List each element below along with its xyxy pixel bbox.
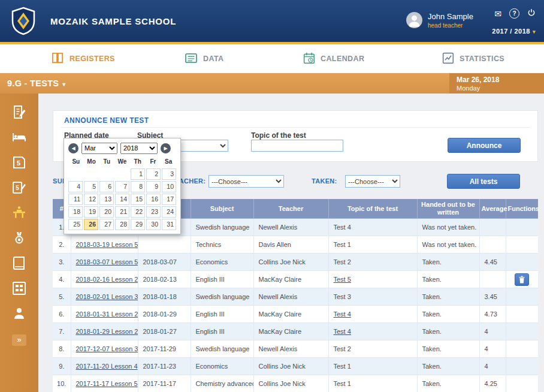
subject-cell: English III xyxy=(191,323,253,340)
lesson-link[interactable]: 2018-03-19 Lesson 5 xyxy=(76,241,138,248)
topic-link[interactable]: Test 4 xyxy=(334,310,351,318)
functions-cell xyxy=(506,340,538,358)
lesson-link[interactable]: 2018-02-01 Lesson 3 xyxy=(76,293,138,300)
calendar-day[interactable]: 12 xyxy=(84,194,98,205)
calendar-day[interactable]: 8 xyxy=(131,181,145,192)
sidebar-item-classwork[interactable] xyxy=(7,200,32,225)
tab-calendar[interactable]: CALENDAR xyxy=(303,44,364,73)
divider xyxy=(61,127,530,128)
power-icon[interactable] xyxy=(527,8,536,19)
test-row: 8.2017-12-07 Lesson 32017-11-29Swedish l… xyxy=(53,340,538,358)
topic-link[interactable]: Test 4 xyxy=(334,328,351,335)
taken-filter-select[interactable]: ---Choose--- xyxy=(345,175,400,188)
help-icon[interactable]: ? xyxy=(509,8,519,19)
row-number-cell: 10. xyxy=(53,375,71,392)
calendar-day[interactable]: 1 xyxy=(131,168,145,180)
status-cell: Taken. xyxy=(417,306,479,323)
lesson-link[interactable]: 2018-03-07 Lesson 5 xyxy=(76,258,138,266)
lesson-link[interactable]: 2018-01-29 Lesson 2 xyxy=(76,328,138,335)
sidebar-item-register[interactable] xyxy=(7,99,32,125)
sidebar-item-tests[interactable]: 5 xyxy=(7,175,32,200)
sidebar-item-classroom[interactable] xyxy=(7,276,32,301)
school-year-selector[interactable]: 2017 / 2018▾ xyxy=(492,28,536,35)
prev-month-button[interactable]: ◀ xyxy=(68,143,78,153)
calendar-day[interactable]: 16 xyxy=(146,194,161,205)
weekday-label: Tu xyxy=(99,158,114,167)
calendar-day[interactable]: 7 xyxy=(115,181,129,192)
topic-cell: Test 1 xyxy=(328,236,417,254)
calendar-day[interactable]: 21 xyxy=(115,206,129,218)
teacher-cell: Newell Alexis xyxy=(253,288,328,306)
calendar-day[interactable]: 26 xyxy=(84,219,98,230)
lesson-link[interactable]: 2017-12-07 Lesson 3 xyxy=(76,345,138,352)
calendar-day[interactable]: 24 xyxy=(162,206,176,218)
tab-registers[interactable]: REGISTERS xyxy=(51,44,115,73)
calendar-day[interactable]: 4 xyxy=(68,181,83,192)
calendar-day[interactable]: 10 xyxy=(162,181,176,192)
delete-test-button[interactable] xyxy=(515,273,529,286)
average-cell xyxy=(479,271,506,288)
next-month-button[interactable]: ▶ xyxy=(161,143,171,153)
calendar-day[interactable]: 9 xyxy=(146,181,161,192)
calendar-day[interactable]: 17 xyxy=(162,194,176,205)
calendar-day[interactable]: 18 xyxy=(68,206,83,218)
tab-data[interactable]: DATA xyxy=(185,44,223,73)
class-selector[interactable]: 9.G - TESTS▾ xyxy=(7,73,66,95)
calendar-day[interactable]: 28 xyxy=(115,219,129,230)
calendar-day[interactable]: 15 xyxy=(131,194,145,205)
functions-cell xyxy=(506,375,538,392)
student-icon xyxy=(11,306,27,321)
all-tests-button[interactable]: All tests xyxy=(447,174,520,189)
calendar-day[interactable]: 29 xyxy=(131,219,145,230)
lesson-link[interactable]: 2017-11-17 Lesson 5 xyxy=(76,380,138,387)
sidebar-item-books[interactable] xyxy=(7,251,32,276)
calendar-day[interactable]: 19 xyxy=(84,206,98,218)
calendar-day[interactable]: 14 xyxy=(115,194,129,205)
sidebar-item-students[interactable] xyxy=(7,301,32,326)
calendar-day[interactable]: 2 xyxy=(146,168,161,180)
calendar-day[interactable]: 6 xyxy=(99,181,114,192)
register-icon xyxy=(11,105,27,119)
announce-button[interactable]: Announce xyxy=(448,138,521,153)
calendar-day[interactable]: 30 xyxy=(146,219,161,230)
tab-label: CALENDAR xyxy=(321,55,364,63)
user-menu[interactable]: John Sample head teacher xyxy=(406,12,473,29)
month-select[interactable]: Mar xyxy=(81,143,117,154)
lesson-link[interactable]: 2018-02-16 Lesson 2 xyxy=(76,276,138,283)
subject-cell: Swedish language xyxy=(191,219,253,236)
sidebar-expand-button[interactable]: » xyxy=(12,334,26,346)
year-select[interactable]: 2018 xyxy=(120,143,158,154)
left-sidebar: 5 5 xyxy=(0,94,38,392)
calendar-day[interactable]: 20 xyxy=(99,206,114,218)
lesson-link[interactable]: 2017-11-20 Lesson 4 xyxy=(76,363,138,370)
mail-icon[interactable]: ✉ xyxy=(494,9,501,19)
sidebar-item-grades[interactable]: 5 xyxy=(7,150,32,175)
tab-statistics[interactable]: STATISTICS xyxy=(442,44,504,73)
topic-cell: Test 1 xyxy=(328,358,417,375)
calendar-day[interactable]: 3 xyxy=(162,168,176,180)
sidebar-item-dormitory[interactable] xyxy=(7,125,32,150)
topic-input[interactable] xyxy=(251,140,343,152)
grade-5-icon: 5 xyxy=(11,155,27,170)
teacher-cell: Collins Joe Nick xyxy=(253,358,328,375)
calendar-day[interactable]: 22 xyxy=(131,206,145,218)
calendar-day[interactable]: 11 xyxy=(68,194,83,205)
medal-icon xyxy=(11,231,27,245)
book-icon xyxy=(11,256,27,270)
calendar-day[interactable]: 23 xyxy=(146,206,161,218)
calendar-day[interactable]: 27 xyxy=(99,219,114,230)
test-row: 10.2017-11-17 Lesson 52017-11-17Chemistr… xyxy=(53,375,538,392)
subject-cell: Technics xyxy=(191,236,253,254)
average-cell: 4 xyxy=(479,340,506,358)
calendar-day[interactable]: 13 xyxy=(99,194,114,205)
topic-link[interactable]: Test 5 xyxy=(334,276,351,283)
sidebar-item-awards[interactable] xyxy=(7,225,32,251)
calendar-day[interactable]: 5 xyxy=(84,181,98,192)
desk-icon xyxy=(11,206,27,220)
tab-label: DATA xyxy=(203,55,223,63)
average-cell: 4.45 xyxy=(479,254,506,271)
calendar-day[interactable]: 25 xyxy=(68,219,83,230)
lesson-link[interactable]: 2018-01-31 Lesson 2 xyxy=(76,310,138,318)
calendar-day[interactable]: 31 xyxy=(162,219,176,230)
teacher-filter-select[interactable]: ---Choose--- xyxy=(208,175,284,188)
